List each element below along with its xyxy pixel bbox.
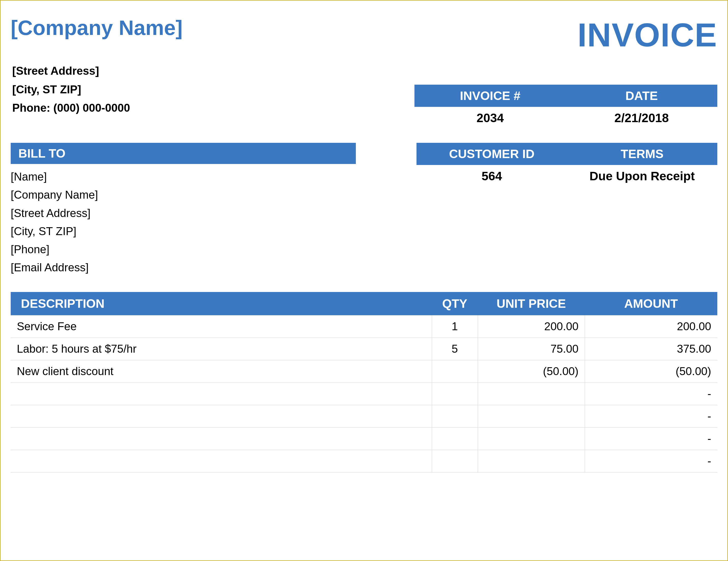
company-address-block: [Street Address] [City, ST ZIP] Phone: (… xyxy=(6,54,414,117)
cell-description xyxy=(11,427,432,450)
cell-amount: 375.00 xyxy=(585,338,717,360)
table-row: Labor: 5 hours at $75/hr575.00375.00 xyxy=(11,338,717,360)
cell-amount: (50.00) xyxy=(585,360,717,383)
th-amount: AMOUNT xyxy=(585,292,717,316)
cell-unit-price: 200.00 xyxy=(478,315,585,338)
line-items-table: DESCRIPTION QTY UNIT PRICE AMOUNT Servic… xyxy=(11,292,717,473)
invoice-number-value: 2034 xyxy=(414,107,566,125)
cell-description: Labor: 5 hours at $75/hr xyxy=(11,338,432,360)
billto-phone: [Phone] xyxy=(11,240,417,258)
cell-amount: - xyxy=(585,450,717,472)
cell-description xyxy=(11,405,432,427)
th-unit-price: UNIT PRICE xyxy=(478,292,585,316)
cell-description: New client discount xyxy=(11,360,432,383)
customer-id-header: CUSTOMER ID xyxy=(417,143,567,165)
cell-amount: 200.00 xyxy=(585,315,717,338)
invoice-date-value: 2/21/2018 xyxy=(566,107,717,125)
company-street: [Street Address] xyxy=(12,62,414,80)
billto-lines: [Name] [Company Name] [Street Address] [… xyxy=(11,164,417,277)
cell-qty xyxy=(432,450,478,472)
cell-amount: - xyxy=(585,427,717,450)
cell-qty xyxy=(432,405,478,427)
invoice-title: INVOICE xyxy=(577,16,717,54)
customer-id-value: 564 xyxy=(417,165,567,183)
company-phone: Phone: (000) 000-0000 xyxy=(12,99,414,117)
customer-id-col: CUSTOMER ID 564 xyxy=(417,143,567,277)
table-row: - xyxy=(11,383,717,405)
header-row: [Company Name] INVOICE xyxy=(6,11,722,54)
table-row: - xyxy=(11,405,717,427)
cell-unit-price: 75.00 xyxy=(478,338,585,360)
cell-unit-price: (50.00) xyxy=(478,360,585,383)
invoice-number-header: INVOICE # xyxy=(414,85,566,107)
terms-header: TERMS xyxy=(567,143,717,165)
cell-qty xyxy=(432,383,478,405)
terms-col: TERMS Due Upon Receipt xyxy=(567,143,717,277)
cell-qty xyxy=(432,360,478,383)
billto-company: [Company Name] xyxy=(11,186,417,204)
cell-qty: 5 xyxy=(432,338,478,360)
cell-unit-price xyxy=(478,405,585,427)
cell-unit-price xyxy=(478,383,585,405)
billto-email: [Email Address] xyxy=(11,258,417,276)
cell-qty xyxy=(432,427,478,450)
cell-unit-price xyxy=(478,427,585,450)
billto-city: [City, ST ZIP] xyxy=(11,222,417,240)
terms-value: Due Upon Receipt xyxy=(567,165,717,183)
cell-qty: 1 xyxy=(432,315,478,338)
cell-amount: - xyxy=(585,383,717,405)
billto-name: [Name] xyxy=(11,167,417,186)
table-row: - xyxy=(11,427,717,450)
company-name: [Company Name] xyxy=(11,16,183,40)
table-header-row: DESCRIPTION QTY UNIT PRICE AMOUNT xyxy=(11,292,717,316)
billto-street: [Street Address] xyxy=(11,204,417,222)
cell-description xyxy=(11,450,432,472)
billto-header: BILL TO xyxy=(11,143,356,164)
cell-description: Service Fee xyxy=(11,315,432,338)
cell-unit-price xyxy=(478,450,585,472)
cell-description xyxy=(11,383,432,405)
table-row: Service Fee1200.00200.00 xyxy=(11,315,717,338)
cell-amount: - xyxy=(585,405,717,427)
th-qty: QTY xyxy=(432,292,478,316)
table-row: - xyxy=(11,450,717,472)
billto-row: BILL TO [Name] [Company Name] [Street Ad… xyxy=(6,143,722,277)
invoice-date-col: DATE 2/21/2018 xyxy=(566,85,717,125)
th-description: DESCRIPTION xyxy=(11,292,432,316)
company-city: [City, ST ZIP] xyxy=(12,80,414,99)
invoice-number-col: INVOICE # 2034 xyxy=(414,85,566,125)
table-row: New client discount(50.00)(50.00) xyxy=(11,360,717,383)
invoice-date-header: DATE xyxy=(566,85,717,107)
